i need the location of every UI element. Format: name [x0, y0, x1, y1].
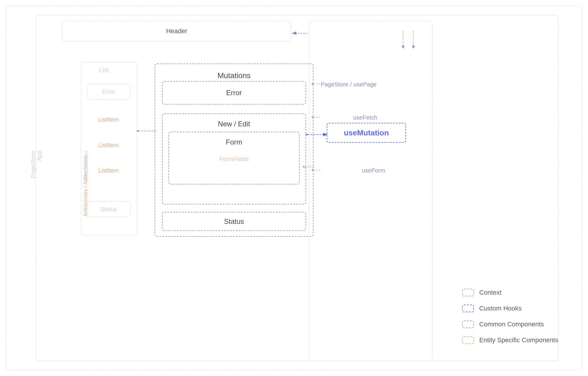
- use-mutation-label: useMutation: [344, 128, 389, 137]
- listitem3-label: ListItem: [98, 167, 119, 174]
- form-box: Form FormFields: [168, 132, 300, 184]
- common-components-swatch: [462, 320, 474, 328]
- header-label: Header: [166, 27, 187, 35]
- mutations-label: Mutations: [218, 71, 251, 80]
- error-main-label: Error: [226, 89, 242, 97]
- header-box: Header: [62, 21, 291, 41]
- form-label: Form: [226, 138, 242, 146]
- svg-marker-4: [412, 46, 415, 49]
- entity-specific-label: Entity Specific Components: [479, 336, 558, 344]
- listitem2-label: ListItem: [98, 142, 119, 149]
- error-main-box: Error: [162, 81, 306, 105]
- common-components-label: Common Components: [479, 320, 544, 328]
- status-main-label: Status: [224, 217, 244, 226]
- app-rotated-label: App: [36, 151, 43, 161]
- legend-entity-specific: Entity Specific Components: [462, 336, 558, 344]
- listitem1-label: ListItem: [98, 116, 119, 123]
- diagram-container: Header PageStore / usePage useFetch useF…: [6, 6, 582, 370]
- new-edit-box: New / Edit Form FormFields: [162, 113, 306, 204]
- legend-context: Context: [462, 289, 558, 296]
- entity-specific-swatch: [462, 336, 474, 344]
- custom-hooks-label: Custom Hooks: [479, 305, 522, 312]
- error-small-label: Error: [102, 88, 115, 95]
- svg-marker-2: [402, 46, 405, 49]
- use-mutation-box: useMutation: [327, 123, 406, 143]
- status-small-label: Status: [101, 206, 117, 213]
- status-small-box: Status: [87, 202, 131, 217]
- formfields-arrow: [303, 164, 315, 170]
- error-small-box: Error: [87, 84, 131, 99]
- form-fields-label: FormFields: [219, 156, 249, 162]
- context-label: Context: [479, 289, 502, 296]
- use-form-label: useForm: [362, 167, 385, 174]
- header-arrow: [291, 30, 309, 36]
- context-swatch: [462, 289, 474, 296]
- legend-common-components: Common Components: [462, 320, 558, 328]
- form-mutation-arrow: [306, 132, 328, 137]
- pagestore-arrows: [397, 30, 421, 83]
- new-edit-label: New / Edit: [218, 120, 250, 128]
- list-label: List: [99, 66, 109, 74]
- legend: Context Custom Hooks Common Components E…: [462, 289, 558, 352]
- custom-hooks-swatch: [462, 305, 474, 312]
- legend-custom-hooks: Custom Hooks: [462, 305, 558, 312]
- use-fetch-label: useFetch: [353, 114, 377, 121]
- page-store-use-page-label: PageStore / usePage: [321, 81, 377, 88]
- pagestore-rotated-label: PageStore: [30, 151, 37, 179]
- status-main-box: Status: [162, 212, 306, 231]
